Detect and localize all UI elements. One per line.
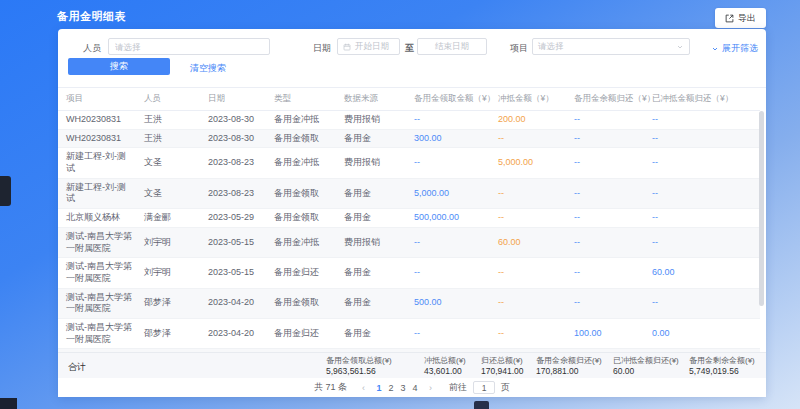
total-count: 共 71 条 bbox=[314, 381, 347, 394]
expand-filters-link[interactable]: 展开筛选 bbox=[711, 42, 758, 55]
project-select[interactable]: 请选择 bbox=[532, 38, 690, 55]
clear-search-link[interactable]: 清空搜索 bbox=[190, 62, 226, 75]
export-label: 导出 bbox=[738, 12, 756, 25]
cell-offset-returned: 60.00 bbox=[644, 258, 760, 288]
summary-item-label: 备用金领取总额(¥) bbox=[326, 356, 392, 366]
cell-offset-returned: -- bbox=[644, 227, 760, 257]
person-filter-label: 人员 bbox=[83, 42, 101, 55]
cell-offset-returned: -- bbox=[644, 111, 760, 130]
cell-type: 备用金领取 bbox=[266, 288, 336, 318]
summary-item-value: 43,601.00 bbox=[424, 366, 466, 377]
page-button-2[interactable]: 2 bbox=[385, 383, 397, 393]
page-button-1[interactable]: 1 bbox=[373, 383, 385, 393]
cell-person: 刘宇明 bbox=[136, 227, 200, 257]
page-button-4[interactable]: 4 bbox=[409, 383, 421, 393]
cell-balance-returned: -- bbox=[566, 111, 644, 130]
cell-person: 文圣 bbox=[136, 148, 200, 178]
search-button[interactable]: 搜索 bbox=[68, 58, 170, 75]
cell-balance-returned: 100.00 bbox=[566, 318, 644, 348]
summary-item: 备用金领取总额(¥)5,963,561.56 bbox=[326, 356, 392, 377]
summary-item-value: 170,881.00 bbox=[536, 366, 602, 377]
expand-filters-label: 展开筛选 bbox=[722, 42, 758, 55]
summary-item: 备用金剩余金额(¥)5,749,019.56 bbox=[689, 356, 755, 377]
cell-date: 2023-05-15 bbox=[200, 227, 266, 257]
summary-item-label: 备用金余额归还(¥) bbox=[536, 356, 602, 366]
cell-type: 备用金领取 bbox=[266, 129, 336, 148]
page-unit-label: 页 bbox=[501, 381, 510, 394]
cell-received-amount: -- bbox=[406, 148, 490, 178]
summary-item: 已冲抵金额归还(¥)60.00 bbox=[613, 356, 679, 377]
date-start-placeholder: 开始日期 bbox=[355, 41, 389, 53]
table-row: WH20230831王洪2023-08-30备用金冲抵费用报销--200.00-… bbox=[58, 111, 760, 130]
cell-source: 费用报销 bbox=[336, 111, 406, 130]
expense-table: 项目人员日期类型数据来源备用金领取金额（¥）冲抵金额（¥）备用金余额归还（¥）已… bbox=[58, 88, 760, 352]
cell-person: 邵梦泽 bbox=[136, 318, 200, 348]
column-header-received-amount: 备用金领取金额（¥） bbox=[406, 88, 490, 111]
date-start-input[interactable]: 开始日期 bbox=[337, 38, 400, 55]
cell-offset-amount: -- bbox=[490, 288, 566, 318]
cell-received-amount: 5,000.00 bbox=[406, 178, 490, 208]
page-button-3[interactable]: 3 bbox=[397, 383, 409, 393]
cell-offset-amount: -- bbox=[490, 209, 566, 228]
export-button[interactable]: 导出 bbox=[715, 8, 766, 28]
person-select[interactable] bbox=[108, 38, 270, 55]
next-page-button[interactable]: › bbox=[427, 383, 434, 393]
cell-project: 新建工程-刘-测试 bbox=[58, 178, 136, 208]
cell-source: 备用金 bbox=[336, 288, 406, 318]
prev-page-button[interactable]: ‹ bbox=[360, 383, 367, 393]
cell-type: 备用金领取 bbox=[266, 209, 336, 228]
cell-person: 刘宇明 bbox=[136, 258, 200, 288]
cell-balance-returned: -- bbox=[566, 209, 644, 228]
table-row: 测试-南昌大学第一附属医院邵梦泽2023-04-20备用金领取备用金500.00… bbox=[58, 288, 760, 318]
goto-page-input[interactable] bbox=[473, 381, 495, 394]
cell-source: 备用金 bbox=[336, 129, 406, 148]
table-row: WH20230831王洪2023-08-30备用金领取备用金300.00----… bbox=[58, 129, 760, 148]
column-header-source: 数据来源 bbox=[336, 88, 406, 111]
cell-source: 备用金 bbox=[336, 178, 406, 208]
cell-type: 备用金归还 bbox=[266, 258, 336, 288]
date-filter-label: 日期 bbox=[313, 42, 331, 55]
summary-item-label: 归还总额(¥) bbox=[481, 356, 524, 366]
cell-project: 测试-南昌大学第一附属医院 bbox=[58, 318, 136, 348]
column-header-date: 日期 bbox=[200, 88, 266, 111]
cell-source: 费用报销 bbox=[336, 148, 406, 178]
table-row: 新建工程-刘-测试文圣2023-08-23备用金领取备用金5,000.00---… bbox=[58, 178, 760, 208]
cell-date: 2023-08-23 bbox=[200, 178, 266, 208]
cell-date: 2023-04-20 bbox=[200, 318, 266, 348]
summary-item: 备用金余额归还(¥)170,881.00 bbox=[536, 356, 602, 377]
cell-received-amount: -- bbox=[406, 111, 490, 130]
chevron-down-icon bbox=[711, 45, 719, 53]
cell-offset-amount: -- bbox=[490, 258, 566, 288]
collapsed-drawer-handle[interactable] bbox=[0, 176, 11, 206]
cell-source: 备用金 bbox=[336, 318, 406, 348]
cell-balance-returned: -- bbox=[566, 178, 644, 208]
date-end-input[interactable]: 结束日期 bbox=[417, 38, 487, 55]
cell-person: 满金郦 bbox=[136, 209, 200, 228]
column-header-type: 类型 bbox=[266, 88, 336, 111]
pagination: 共 71 条 ‹ 1234 › 前往 页 bbox=[58, 378, 766, 397]
summary-item-value: 5,963,561.56 bbox=[326, 366, 392, 377]
cell-source: 备用金 bbox=[336, 258, 406, 288]
table-body: WH20230831王洪2023-08-30备用金冲抵费用报销--200.00-… bbox=[58, 111, 760, 353]
table-row: 测试-南昌大学第一附属医院刘宇明2023-05-15备用金归还备用金------… bbox=[58, 258, 760, 288]
cell-balance-returned: -- bbox=[566, 227, 644, 257]
goto-label: 前往 bbox=[449, 381, 467, 394]
cell-source: 备用金 bbox=[336, 209, 406, 228]
cell-balance-returned: -- bbox=[566, 148, 644, 178]
summary-item-label: 已冲抵金额归还(¥) bbox=[613, 356, 679, 366]
cell-date: 2023-08-30 bbox=[200, 111, 266, 130]
cell-person: 王洪 bbox=[136, 111, 200, 130]
cell-project: 北京顺义杨林 bbox=[58, 209, 136, 228]
table-row: 新建工程-刘-测试文圣2023-08-23备用金冲抵费用报销--5,000.00… bbox=[58, 148, 760, 178]
cell-received-amount: -- bbox=[406, 227, 490, 257]
cell-date: 2023-08-30 bbox=[200, 129, 266, 148]
cell-type: 备用金领取 bbox=[266, 178, 336, 208]
cell-offset-amount: -- bbox=[490, 129, 566, 148]
cell-balance-returned: -- bbox=[566, 258, 644, 288]
column-header-offset-amount: 冲抵金额（¥） bbox=[490, 88, 566, 111]
column-header-offset-returned: 已冲抵金额归还（¥） bbox=[644, 88, 760, 111]
table-row: 北京顺义杨林满金郦2023-05-29备用金领取备用金500,000.00---… bbox=[58, 209, 760, 228]
cell-source: 费用报销 bbox=[336, 227, 406, 257]
vertical-scrollbar[interactable] bbox=[759, 111, 764, 306]
cell-received-amount: 500.00 bbox=[406, 288, 490, 318]
